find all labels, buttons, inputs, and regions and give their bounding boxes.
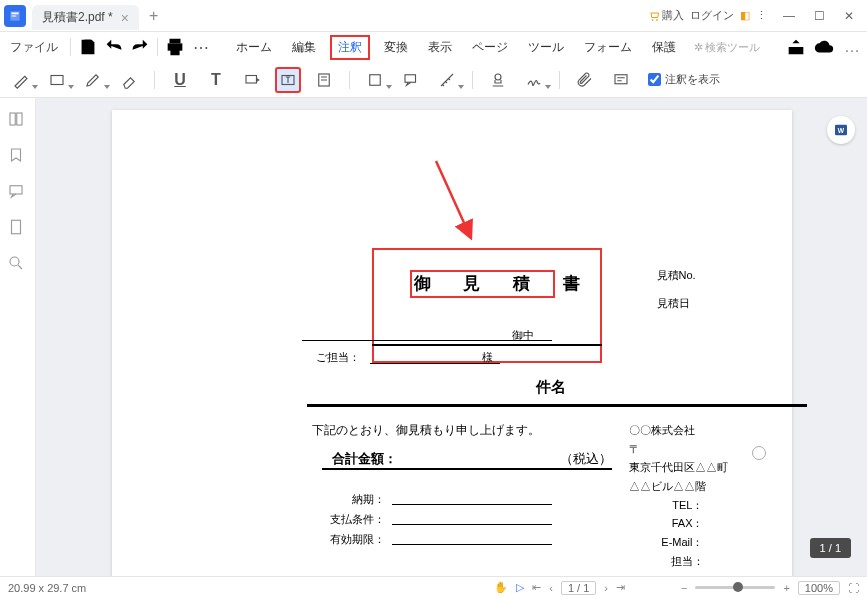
- underline-tool-icon[interactable]: U: [167, 67, 193, 93]
- shiharai-label: 支払条件：: [330, 512, 385, 527]
- tab-form[interactable]: フォーム: [578, 35, 638, 60]
- maximize-button[interactable]: ☐: [805, 4, 833, 28]
- convert-to-word-icon[interactable]: W: [827, 116, 855, 144]
- attachment-list-icon[interactable]: [7, 218, 29, 240]
- svg-rect-14: [16, 113, 21, 125]
- tab-tool[interactable]: ツール: [522, 35, 570, 60]
- print-icon[interactable]: [164, 36, 186, 58]
- stamp-tool-icon[interactable]: [485, 67, 511, 93]
- tab-close-icon[interactable]: ×: [121, 10, 129, 26]
- svg-rect-16: [11, 220, 20, 234]
- zoom-in-icon[interactable]: +: [783, 582, 789, 594]
- menubar: ファイル ⋯ ホーム 編集 注釈 変換 表示 ページ ツール フォーム 保護 ✲…: [0, 32, 867, 62]
- tab-protect[interactable]: 保護: [646, 35, 682, 60]
- svg-rect-10: [405, 74, 416, 82]
- new-tab-button[interactable]: +: [149, 7, 158, 25]
- svg-rect-13: [10, 113, 15, 125]
- statusbar: 20.99 x 29.7 cm ✋ ▷ ⇤ ‹ 1 / 1 › ⇥ − + 10…: [0, 576, 867, 598]
- svg-point-1: [657, 19, 658, 20]
- prev-page-icon[interactable]: ‹: [549, 582, 553, 594]
- tab-home[interactable]: ホーム: [230, 35, 278, 60]
- comment-list-icon[interactable]: [7, 182, 29, 204]
- tab-convert[interactable]: 変換: [378, 35, 414, 60]
- cloud-icon[interactable]: [813, 36, 835, 58]
- intro-text: 下記のとおり、御見積もり申し上げます。: [312, 422, 540, 439]
- titlebar: 見積書2.pdf * × + 購入 ログイン ◧ ⋮ — ☐ ✕: [0, 0, 867, 32]
- svg-rect-5: [51, 75, 63, 84]
- highlight-tool-icon[interactable]: [8, 67, 34, 93]
- redo-icon[interactable]: [129, 36, 151, 58]
- page-indicator: 1 / 1: [810, 538, 851, 558]
- pencil-tool-icon[interactable]: [80, 67, 106, 93]
- zoom-slider[interactable]: [695, 586, 775, 589]
- company-block: 〇〇株式会社 〒 東京千代田区△△町 △△ビル△△階 TEL： FAX： E-M…: [629, 421, 728, 571]
- estimate-date-label: 見積日: [657, 296, 690, 311]
- total-label: 合計金額：: [332, 450, 397, 468]
- text-tool-icon[interactable]: T: [203, 67, 229, 93]
- buy-link[interactable]: 購入: [648, 8, 684, 23]
- manage-comments-icon[interactable]: [608, 67, 634, 93]
- file-menu[interactable]: ファイル: [4, 35, 64, 60]
- first-page-icon[interactable]: ⇤: [532, 581, 541, 594]
- svg-point-17: [10, 257, 19, 266]
- svg-rect-15: [10, 186, 22, 194]
- page-input[interactable]: 1 / 1: [561, 581, 596, 595]
- area-highlight-icon[interactable]: [44, 67, 70, 93]
- eraser-tool-icon[interactable]: [116, 67, 142, 93]
- tab-page[interactable]: ページ: [466, 35, 514, 60]
- tab-title: 見積書2.pdf *: [42, 9, 113, 26]
- estimate-no-label: 見積No.: [657, 268, 696, 283]
- minimize-button[interactable]: —: [775, 4, 803, 28]
- document-title: 御 見 積 書: [414, 272, 594, 295]
- hand-tool-icon[interactable]: ✋: [494, 581, 508, 594]
- fit-page-icon[interactable]: ⛶: [848, 582, 859, 594]
- search-icon[interactable]: [7, 254, 29, 276]
- svg-rect-6: [246, 75, 257, 83]
- svg-text:W: W: [838, 127, 845, 134]
- textbox-tool-icon[interactable]: [275, 67, 301, 93]
- zoom-out-icon[interactable]: −: [681, 582, 687, 594]
- svg-line-18: [436, 161, 470, 236]
- attachment-tool-icon[interactable]: [572, 67, 598, 93]
- show-annotations-toggle[interactable]: 注釈を表示: [648, 72, 720, 87]
- note-tool-icon[interactable]: [311, 67, 337, 93]
- pdf-page: 御 見 積 書 見積No. 見積日 御中 ご担当： 様 件名 下記のとおり、御見…: [112, 110, 792, 576]
- login-link[interactable]: ログイン: [690, 8, 734, 23]
- shape-tool-icon[interactable]: [362, 67, 388, 93]
- help-icon[interactable]: …: [841, 36, 863, 58]
- close-button[interactable]: ✕: [835, 4, 863, 28]
- document-viewport[interactable]: 御 見 積 書 見積No. 見積日 御中 ご担当： 様 件名 下記のとおり、御見…: [36, 98, 867, 576]
- page-dimensions: 20.99 x 29.7 cm: [8, 582, 86, 594]
- share-icon[interactable]: [785, 36, 807, 58]
- measure-tool-icon[interactable]: [434, 67, 460, 93]
- kebab-menu-icon[interactable]: ⋮: [756, 9, 767, 22]
- last-page-icon[interactable]: ⇥: [616, 581, 625, 594]
- text-callout-icon[interactable]: [239, 67, 265, 93]
- thumbnails-icon[interactable]: [7, 110, 29, 132]
- nouki-label: 納期：: [352, 492, 385, 507]
- tab-edit[interactable]: 編集: [286, 35, 322, 60]
- select-tool-icon[interactable]: ▷: [516, 581, 524, 594]
- save-icon[interactable]: [77, 36, 99, 58]
- svg-rect-4: [170, 49, 179, 55]
- svg-rect-12: [615, 74, 627, 83]
- svg-point-0: [652, 19, 653, 20]
- notification-icon[interactable]: ◧: [740, 9, 750, 22]
- tab-view[interactable]: 表示: [422, 35, 458, 60]
- callout-tool-icon[interactable]: [398, 67, 424, 93]
- next-page-icon[interactable]: ›: [604, 582, 608, 594]
- bookmark-icon[interactable]: [7, 146, 29, 168]
- annotation-toolbar: U T 注釈を表示: [0, 62, 867, 98]
- undo-icon[interactable]: [103, 36, 125, 58]
- zoom-value[interactable]: 100%: [798, 581, 840, 595]
- gotantou-label: ご担当：: [316, 350, 360, 365]
- signature-tool-icon[interactable]: [521, 67, 547, 93]
- yuukou-label: 有効期限：: [330, 532, 385, 547]
- svg-point-11: [495, 74, 501, 80]
- tax-incl: （税込）: [560, 450, 612, 468]
- subject-title: 件名: [536, 378, 566, 397]
- tab-annotate[interactable]: 注釈: [330, 35, 370, 60]
- search-tool[interactable]: ✲ 検索ツール: [694, 40, 760, 55]
- more-icon[interactable]: ⋯: [190, 36, 212, 58]
- document-tab[interactable]: 見積書2.pdf * ×: [32, 5, 139, 30]
